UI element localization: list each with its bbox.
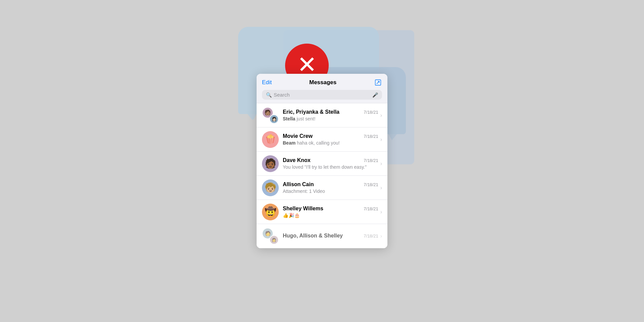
conversation-top: Hugo, Allison & Shelley 7/18/21 [283,233,378,239]
conversation-content: Movie Crew 7/18/21 Beam haha ok, calling… [283,133,378,146]
conversation-name: Eric, Priyanka & Stella [283,109,339,115]
conversation-top: Eric, Priyanka & Stella 7/18/21 [283,109,378,115]
avatar: 🧒🏼 [262,179,279,196]
conversation-date: 7/18/21 [364,182,378,187]
conversation-preview: Stella just sent! [283,116,378,121]
conversation-name: Dave Knox [283,157,311,163]
conversation-preview: You loved "I'll try to let them down eas… [283,164,378,170]
compose-button[interactable] [374,78,382,87]
search-icon: 🔍 [266,92,272,98]
conversation-date: 7/18/21 [364,134,378,139]
conversation-content: Dave Knox 7/18/21 You loved "I'll try to… [283,157,378,170]
microphone-icon[interactable]: 🎤 [372,92,378,98]
sender-name: Stella [283,116,295,121]
edit-button[interactable]: Edit [262,79,272,86]
conversation-name: Movie Crew [283,133,313,139]
list-item[interactable]: 🍿 Movie Crew 7/18/21 Beam haha ok, calli… [257,127,387,152]
conversation-top: Shelley Willems 7/18/21 [283,206,378,212]
avatar: 🧑 👩 [262,228,279,245]
conversation-preview: 👍🎉🎂 [283,213,378,218]
avatar: 🧑🏽 👩🏻 [262,107,279,124]
list-item[interactable]: 🧑 👩 Hugo, Allison & Shelley 7/18/21 › [257,224,387,248]
conversation-content: Hugo, Allison & Shelley 7/18/21 [283,233,378,240]
conversation-name: Shelley Willems [283,206,323,212]
conversation-top: Allison Cain 7/18/21 [283,181,378,187]
conversation-name: Allison Cain [283,181,314,187]
chevron-right-icon: › [380,209,382,215]
compose-icon [374,79,382,86]
conversation-content: Eric, Priyanka & Stella 7/18/21 Stella j… [283,109,378,121]
avatar-sub2: 👩 [269,235,279,245]
list-item[interactable]: 🤠 Shelley Willems 7/18/21 👍🎉🎂 › [257,200,387,224]
search-bar[interactable]: 🔍 Search 🎤 [262,90,382,100]
conversation-date: 7/18/21 [364,110,378,115]
avatar-sub2: 👩🏻 [269,114,279,124]
messages-panel: Edit Messages 🔍 Search 🎤 🧑🏽 👩🏻 [257,74,387,248]
avatar: 🤠 [262,204,279,220]
chevron-right-icon: › [380,233,382,239]
chevron-right-icon: › [380,112,382,118]
chevron-right-icon: › [380,161,382,167]
list-item[interactable]: 🧑🏾 Dave Knox 7/18/21 You loved "I'll try… [257,152,387,176]
conversation-top: Dave Knox 7/18/21 [283,157,378,163]
conversation-top: Movie Crew 7/18/21 [283,133,378,139]
avatar: 🍿 [262,131,279,148]
list-item[interactable]: 🧑🏽 👩🏻 Eric, Priyanka & Stella 7/18/21 St… [257,103,387,127]
conversation-date: 7/18/21 [364,206,378,211]
conversation-preview: Beam haha ok, calling you! [283,140,378,146]
conversation-date: 7/18/21 [364,233,378,238]
conversation-date: 7/18/21 [364,158,378,163]
conversation-content: Shelley Willems 7/18/21 👍🎉🎂 [283,206,378,218]
search-input[interactable]: Search [274,92,370,98]
page-title: Messages [309,79,336,86]
chevron-right-icon: › [380,137,382,143]
avatar: 🧑🏾 [262,155,279,172]
chevron-right-icon: › [380,185,382,191]
messages-header: Edit Messages 🔍 Search 🎤 [257,74,387,103]
list-item[interactable]: 🧒🏼 Allison Cain 7/18/21 Attachment: 1 Vi… [257,176,387,200]
conversation-content: Allison Cain 7/18/21 Attachment: 1 Video [283,181,378,194]
conversation-list: 🧑🏽 👩🏻 Eric, Priyanka & Stella 7/18/21 St… [257,103,387,248]
header-top: Edit Messages [262,78,382,87]
conversation-name: Hugo, Allison & Shelley [283,233,343,239]
conversation-preview: Attachment: 1 Video [283,189,378,194]
sender-name: Beam [283,140,296,146]
